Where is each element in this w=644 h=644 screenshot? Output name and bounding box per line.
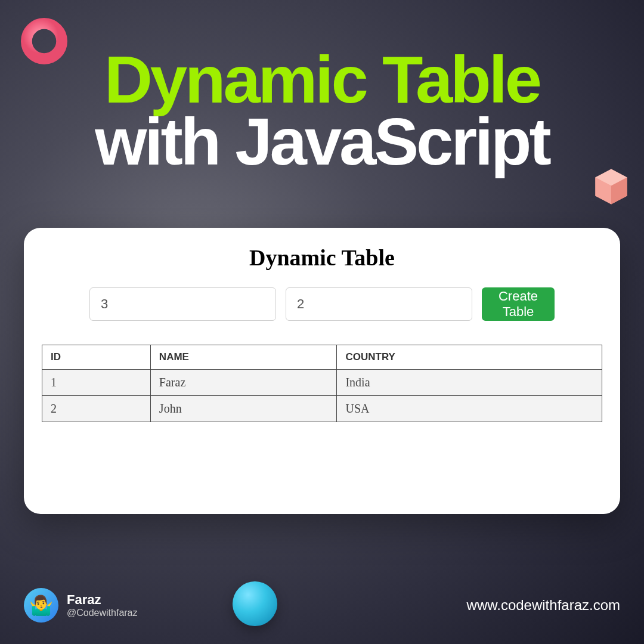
card-title: Dynamic Table (42, 244, 602, 271)
website-link[interactable]: www.codewithfaraz.com (467, 597, 620, 614)
table-cell: 1 (42, 370, 151, 396)
dynamic-table: ID NAME COUNTRY 1 Faraz India 2 John USA (42, 345, 602, 422)
page-heading: Dynamic Table with JavaScript (0, 47, 644, 175)
table-cell: John (150, 396, 337, 422)
footer: 🤷‍♂️ Faraz @Codewithfaraz www.codewithfa… (24, 588, 620, 623)
create-table-button[interactable]: Create Table (482, 287, 555, 321)
table-cell: 2 (42, 396, 151, 422)
table-cell: USA (337, 396, 602, 422)
heading-line-2: with JavaScript (0, 109, 644, 175)
heading-line-1: Dynamic Table (0, 47, 644, 113)
table-header: NAME (150, 345, 337, 370)
controls-row: Create Table (42, 287, 602, 321)
cols-input[interactable] (286, 287, 472, 321)
table-header: COUNTRY (337, 345, 602, 370)
author-handle: @Codewithfaraz (67, 608, 138, 618)
table-row: 2 John USA (42, 396, 602, 422)
avatar: 🤷‍♂️ (24, 588, 58, 623)
avatar-emoji: 🤷‍♂️ (29, 594, 53, 617)
table-cell: India (337, 370, 602, 396)
rows-input[interactable] (89, 287, 276, 321)
table-row: 1 Faraz India (42, 370, 602, 396)
table-header: ID (42, 345, 151, 370)
author-section: 🤷‍♂️ Faraz @Codewithfaraz (24, 588, 138, 623)
demo-card: Dynamic Table Create Table ID NAME COUNT… (24, 228, 620, 514)
author-text: Faraz @Codewithfaraz (67, 592, 138, 618)
table-cell: Faraz (150, 370, 337, 396)
author-name: Faraz (67, 592, 138, 608)
